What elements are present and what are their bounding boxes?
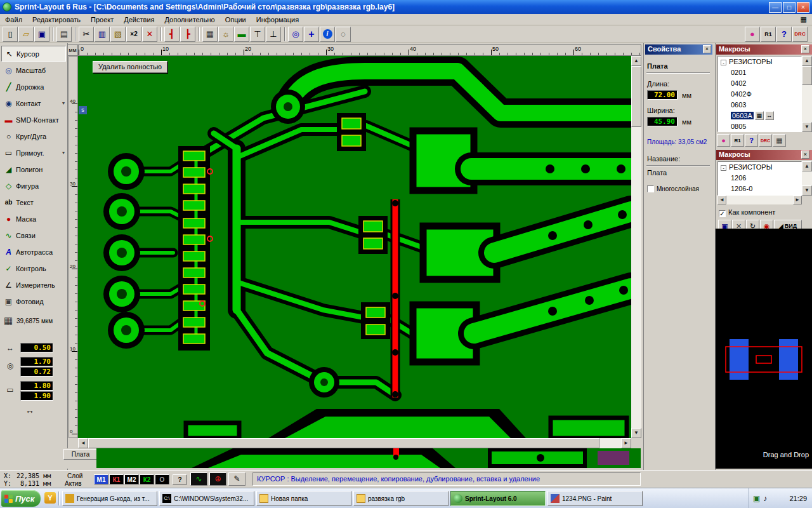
tree-item[interactable]: 0402 [718, 78, 801, 89]
scroll-down-icon[interactable]: ▼ [631, 428, 641, 438]
tool-measure[interactable]: ∠Измеритель [1, 277, 66, 293]
paste-button[interactable]: ▧ [110, 27, 126, 42]
component-mode-button[interactable]: ● [717, 134, 730, 147]
menu-options[interactable]: Опции [220, 15, 251, 24]
board-tab[interactable]: Плата [63, 449, 98, 460]
tool-check[interactable]: ✓Контроль [1, 260, 66, 276]
close-button[interactable]: × [797, 2, 809, 13]
tree-item[interactable]: 0805 [718, 121, 801, 132]
menu-info[interactable]: Информация [251, 15, 304, 24]
delete-button[interactable]: ✕ [142, 27, 157, 42]
board-name-value[interactable]: Плата [647, 169, 667, 177]
task-paint[interactable]: 1234.PNG - Paint [547, 491, 643, 506]
task-cmd[interactable]: C:\C:\WINDOWS\system32... [159, 491, 254, 506]
menu-extra[interactable]: Дополнительно [159, 15, 219, 24]
multilayer-checkbox-row[interactable]: Многослойная [647, 185, 699, 192]
pin-top-button[interactable]: ⊤ [250, 27, 265, 42]
tool-shape[interactable]: ◇Фигура [1, 178, 66, 194]
as-component-row[interactable]: ✓Как компонент [719, 208, 775, 217]
scroll-up-icon[interactable]: ▲ [631, 56, 641, 66]
layer-m1-button[interactable]: М1 [94, 474, 108, 485]
start-button[interactable]: Пуск [1, 490, 41, 507]
scroll-down-icon[interactable]: ▼ [802, 122, 812, 132]
smd-width-field[interactable]: 1.80 [20, 381, 53, 391]
help-button[interactable]: ? [745, 134, 758, 147]
horizontal-scrollbar[interactable]: ◄ ► [78, 438, 631, 448]
layer-o-button[interactable]: О [155, 474, 169, 485]
menu-project[interactable]: Проект [86, 15, 119, 24]
layer-k1-button[interactable]: К1 [109, 474, 124, 485]
tree-item[interactable]: 0603 [718, 100, 801, 110]
pin-bottom-button[interactable]: ⊥ [266, 27, 281, 42]
volume-icon[interactable]: ♪ [763, 494, 767, 503]
task-folder-rgb[interactable]: развязка rgb [353, 491, 449, 506]
tool-rectangle[interactable]: ▭Прямоуг.▾ [1, 145, 66, 161]
scroll-down-icon[interactable]: ▼ [802, 185, 812, 196]
chevron-down-icon[interactable]: ▾ [62, 150, 65, 156]
layer-help-button[interactable]: ? [173, 474, 187, 485]
tool-pad[interactable]: ◉Контакт▾ [1, 95, 66, 111]
collapse-icon[interactable]: - [721, 165, 726, 171]
scroll-left-icon[interactable]: ◄ [78, 438, 88, 448]
save-button[interactable]: ▣ [34, 27, 49, 42]
marker-right-icon[interactable]: ┣ [180, 27, 195, 42]
macro-detach-button[interactable]: ↔ [765, 111, 774, 120]
tool-zoom[interactable]: ◎Масштаб [1, 62, 66, 78]
menu-edit[interactable]: Редактировать [27, 15, 86, 24]
length-field[interactable]: 72.00 [647, 90, 678, 100]
brightness-button[interactable]: ☼ [218, 27, 233, 42]
pad-drill-field[interactable]: 0.72 [20, 367, 53, 377]
vertical-scroll-thumb[interactable] [631, 66, 641, 127]
macro-tree-2-scrollbar[interactable]: ▲ ▼ [802, 161, 812, 196]
pan-button[interactable]: + [304, 27, 319, 42]
info-button[interactable]: i [320, 27, 335, 42]
origin-target-button[interactable]: ⊕ [209, 472, 226, 486]
tool-track[interactable]: ╱Дорожка [1, 79, 66, 95]
component-mode-button[interactable]: ● [745, 27, 760, 42]
vertical-scrollbar[interactable]: ▲ ▼ [631, 56, 641, 438]
quick-launch-icon[interactable]: Y [44, 492, 56, 504]
task-folder-new[interactable]: Новая папка [256, 491, 351, 506]
tree-item[interactable]: 1206-0 [718, 184, 801, 194]
grid-icon[interactable]: ▦ [4, 315, 13, 326]
tree-item[interactable]: 0201 [718, 67, 801, 78]
cut-button[interactable]: ✂ [79, 27, 94, 42]
print-button[interactable]: ▤ [56, 27, 72, 42]
layer-k2-button[interactable]: К2 [140, 474, 154, 485]
footprint-preview[interactable] [719, 330, 808, 389]
duplicate-button[interactable]: ×2 [126, 27, 141, 42]
collapse-icon[interactable]: - [721, 60, 726, 65]
zoom-button[interactable]: ◎ [288, 27, 303, 42]
pcb-artwork[interactable] [78, 56, 631, 438]
grid-button[interactable]: ▦ [202, 27, 218, 42]
menu-file[interactable]: Файл [0, 15, 27, 24]
network-icon[interactable]: ▣ [753, 494, 760, 503]
layer-m2-button[interactable]: М2 [124, 474, 139, 485]
tree-item-selected[interactable]: 0603A▦↔ [718, 110, 801, 121]
tree-item[interactable]: 1206 [718, 173, 801, 184]
help-button[interactable]: ? [776, 27, 792, 42]
macro-grid-button[interactable]: ▦ [755, 111, 764, 120]
open-file-button[interactable]: ▱ [18, 27, 34, 42]
chevron-down-icon[interactable]: ▾ [62, 100, 65, 106]
photomask-button[interactable]: ◌ [336, 27, 351, 42]
properties-close-icon[interactable]: × [703, 45, 711, 53]
macros-close-icon[interactable]: × [801, 45, 809, 53]
width-field[interactable]: 45.90 [647, 117, 678, 126]
minimize-button[interactable]: — [769, 2, 782, 13]
macro-tree-scrollbar[interactable]: ▲ ▼ [802, 56, 812, 132]
layers-button[interactable]: ▦ [773, 134, 786, 147]
pad-outer-field[interactable]: 1.70 [20, 357, 53, 366]
macros-close-icon[interactable]: × [801, 150, 809, 159]
maximize-button[interactable]: □ [783, 2, 796, 13]
horizontal-scroll-thumb[interactable] [88, 438, 599, 448]
task-gcode[interactable]: Генерация G-кода, из т... [62, 491, 157, 506]
menu-grid-icon[interactable]: ▦ [801, 15, 807, 23]
tree-node-resistors[interactable]: -РЕЗИСТОРЫ [718, 162, 801, 173]
r1-button[interactable]: R1 [731, 134, 744, 147]
scroll-right-icon[interactable]: ► [621, 438, 631, 448]
tool-cursor[interactable]: ↖Курсор [1, 46, 66, 62]
trace-style-button[interactable]: ∿ [190, 472, 207, 486]
scroll-up-icon[interactable]: ▲ [802, 161, 812, 171]
pen-button[interactable]: ✎ [228, 472, 246, 486]
